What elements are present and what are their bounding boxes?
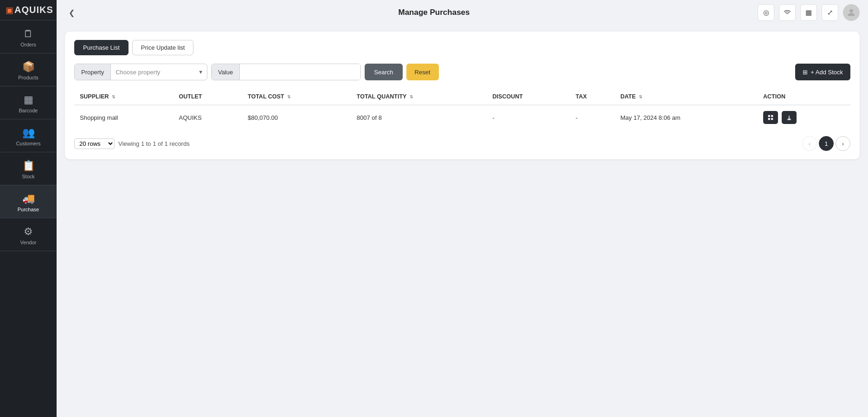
svg-rect-2 bbox=[768, 115, 770, 117]
fullscreen-icon-button[interactable]: ⤢ bbox=[822, 4, 838, 21]
tab-purchase-list[interactable]: Purchase List bbox=[74, 40, 129, 55]
sidebar-item-products[interactable]: 📦 Products bbox=[0, 53, 57, 86]
sidebar-label-purchase: Purchase bbox=[18, 207, 39, 212]
svg-rect-5 bbox=[771, 118, 773, 120]
sort-qty-icon[interactable]: ⇅ bbox=[410, 95, 413, 99]
content-area: Purchase List Price Update list Property… bbox=[57, 25, 868, 417]
sidebar-item-orders[interactable]: 🗒 Orders bbox=[0, 20, 57, 53]
pagination: ‹ 1 › bbox=[802, 136, 850, 151]
avatar[interactable] bbox=[843, 4, 860, 21]
logo-icon: ▣ bbox=[6, 5, 13, 15]
cell-outlet: AQUIKS bbox=[174, 105, 243, 130]
target-icon-button[interactable]: ◎ bbox=[758, 4, 774, 21]
svg-rect-3 bbox=[771, 115, 773, 117]
add-stock-label: + Add Stock bbox=[810, 69, 843, 76]
sidebar-label-orders: Orders bbox=[20, 42, 36, 47]
col-action: ACTION bbox=[758, 89, 850, 105]
logo: ▣ AQUIKS bbox=[0, 0, 57, 20]
main-card: Purchase List Price Update list Property… bbox=[65, 32, 860, 159]
collapse-sidebar-button[interactable]: ❮ bbox=[65, 7, 78, 19]
filter-bar: Property Choose property ▼ Value Search … bbox=[74, 64, 850, 80]
main-content: ❮ Manage Purchases ◎ ▦ ⤢ bbox=[57, 0, 868, 417]
page-1-button[interactable]: 1 bbox=[819, 136, 834, 151]
col-outlet: OUTLET bbox=[174, 89, 243, 105]
sidebar-label-barcode: Barcode bbox=[19, 108, 38, 113]
col-discount: DISCOUNT bbox=[487, 89, 570, 105]
cell-tax: - bbox=[570, 105, 615, 130]
rows-per-page-select[interactable]: 20 rows 50 rows 100 rows bbox=[74, 138, 115, 149]
property-select[interactable]: Choose property bbox=[111, 64, 194, 80]
table-container: SUPPLIER ⇅ OUTLET TOTAL COST ⇅ bbox=[74, 89, 850, 130]
prev-page-button[interactable]: ‹ bbox=[802, 136, 817, 151]
next-page-button[interactable]: › bbox=[836, 136, 850, 151]
cell-action bbox=[758, 105, 850, 130]
col-date: DATE ⇅ bbox=[615, 89, 758, 105]
tab-bar: Purchase List Price Update list bbox=[74, 40, 850, 55]
chevron-down-icon: ▼ bbox=[194, 69, 207, 75]
sort-date-icon[interactable]: ⇅ bbox=[639, 95, 643, 99]
purchases-table: SUPPLIER ⇅ OUTLET TOTAL COST ⇅ bbox=[74, 89, 850, 130]
value-label: Value bbox=[212, 64, 240, 80]
sidebar-item-customers[interactable]: 👥 Customers bbox=[0, 119, 57, 152]
add-stock-icon: ⊞ bbox=[803, 69, 808, 76]
sidebar-label-stock: Stock bbox=[22, 174, 35, 179]
wifi-icon-button[interactable] bbox=[779, 4, 796, 21]
sidebar-item-vendor[interactable]: ⚙ Vendor bbox=[0, 218, 57, 251]
cell-total-cost: $80,070.00 bbox=[242, 105, 351, 130]
col-tax: TAX bbox=[570, 89, 615, 105]
purchase-icon: 🚚 bbox=[22, 193, 35, 205]
page-title: Manage Purchases bbox=[398, 8, 469, 17]
sidebar-label-customers: Customers bbox=[16, 141, 40, 146]
reset-button[interactable]: Reset bbox=[406, 64, 439, 80]
sidebar-item-barcode[interactable]: ▦ Barcode bbox=[0, 86, 57, 119]
table-body: Shopping mall AQUIKS $80,070.00 8007 of … bbox=[74, 105, 850, 130]
stock-icon: 📋 bbox=[22, 160, 35, 172]
property-filter: Property Choose property ▼ bbox=[74, 64, 207, 80]
records-count: Viewing 1 to 1 of 1 records bbox=[118, 140, 190, 147]
download-button[interactable] bbox=[782, 111, 797, 124]
cell-supplier: Shopping mall bbox=[74, 105, 174, 130]
svg-point-1 bbox=[849, 9, 853, 13]
col-total-quantity: TOTAL QUANTITY ⇅ bbox=[351, 89, 487, 105]
value-input[interactable] bbox=[240, 64, 360, 80]
cell-date: May 17, 2024 8:06 am bbox=[615, 105, 758, 130]
products-icon: 📦 bbox=[22, 61, 35, 73]
rows-info: 20 rows 50 rows 100 rows Viewing 1 to 1 … bbox=[74, 138, 190, 149]
logo-text: AQUIKS bbox=[14, 5, 53, 15]
view-detail-button[interactable] bbox=[763, 111, 778, 124]
header: ❮ Manage Purchases ◎ ▦ ⤢ bbox=[57, 0, 868, 25]
sort-supplier-icon[interactable]: ⇅ bbox=[112, 95, 116, 99]
orders-icon: 🗒 bbox=[23, 28, 33, 40]
customers-icon: 👥 bbox=[22, 127, 35, 139]
sidebar-item-purchase[interactable]: 🚚 Purchase bbox=[0, 185, 57, 218]
sidebar: ▣ AQUIKS 🗒 Orders 📦 Products ▦ Barcode 👥… bbox=[0, 0, 57, 417]
table-row: Shopping mall AQUIKS $80,070.00 8007 of … bbox=[74, 105, 850, 130]
header-actions: ◎ ▦ ⤢ bbox=[758, 4, 860, 21]
vendor-icon: ⚙ bbox=[24, 226, 33, 238]
cell-discount: - bbox=[487, 105, 570, 130]
sidebar-label-products: Products bbox=[18, 75, 38, 80]
search-button[interactable]: Search bbox=[365, 64, 402, 80]
grid-icon-button[interactable]: ▦ bbox=[800, 4, 817, 21]
sidebar-label-vendor: Vendor bbox=[20, 240, 37, 245]
cell-total-quantity: 8007 of 8 bbox=[351, 105, 487, 130]
sort-cost-icon[interactable]: ⇅ bbox=[287, 95, 291, 99]
table-header: SUPPLIER ⇅ OUTLET TOTAL COST ⇅ bbox=[74, 89, 850, 105]
col-supplier: SUPPLIER ⇅ bbox=[74, 89, 174, 105]
barcode-icon: ▦ bbox=[24, 94, 33, 106]
property-label: Property bbox=[75, 64, 111, 80]
col-total-cost: TOTAL COST ⇅ bbox=[242, 89, 351, 105]
sidebar-item-stock[interactable]: 📋 Stock bbox=[0, 152, 57, 185]
add-stock-button[interactable]: ⊞ + Add Stock bbox=[795, 64, 850, 80]
value-filter: Value bbox=[211, 64, 361, 80]
pagination-bar: 20 rows 50 rows 100 rows Viewing 1 to 1 … bbox=[74, 136, 850, 151]
tab-price-update-list[interactable]: Price Update list bbox=[132, 40, 194, 55]
svg-rect-4 bbox=[768, 118, 770, 120]
